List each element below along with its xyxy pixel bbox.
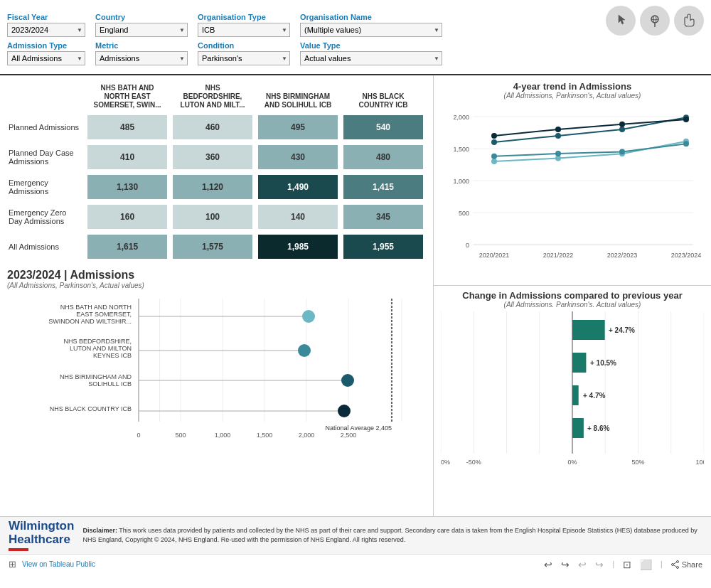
trend-chart-section: 4-year trend in Admissions (All Admissio… bbox=[434, 75, 711, 285]
svg-text:500: 500 bbox=[175, 432, 186, 439]
hand-icon-btn[interactable] bbox=[674, 6, 704, 36]
svg-text:0%: 0% bbox=[567, 459, 577, 466]
table-cell: 1,575 bbox=[170, 232, 255, 262]
share-label: Share bbox=[682, 560, 702, 569]
redo-icon[interactable]: ↪ bbox=[561, 559, 570, 570]
table-row-label: All Admissions bbox=[7, 232, 85, 262]
share-icon bbox=[671, 560, 680, 569]
svg-point-29 bbox=[341, 374, 354, 387]
table-cell: 1,415 bbox=[341, 172, 426, 202]
table-cell: 1,615 bbox=[85, 232, 170, 262]
table-cell: 1,985 bbox=[255, 232, 341, 262]
pointer-icon-btn[interactable] bbox=[606, 6, 636, 36]
svg-text:-100%: -100% bbox=[441, 459, 450, 466]
table-cell: 1,955 bbox=[341, 232, 426, 262]
table-cell: 1,130 bbox=[85, 172, 170, 202]
svg-point-28 bbox=[298, 344, 311, 357]
svg-text:NHS BLACK COUNTRY ICB: NHS BLACK COUNTRY ICB bbox=[50, 405, 132, 412]
disclaimer-bold: Disclaimer: bbox=[82, 527, 117, 534]
fiscal-year-filter: Fiscal Year 2023/2024 bbox=[7, 13, 85, 37]
table-cell: 345 bbox=[341, 202, 426, 232]
condition-select-wrapper[interactable]: Parkinson's bbox=[198, 51, 290, 65]
col-header-bath: NHS BATH ANDNORTH EASTSOMERSET, SWIN... bbox=[85, 81, 170, 112]
footer-main: Wilmington Healthcare Disclaimer: This w… bbox=[0, 517, 711, 554]
svg-rect-82 bbox=[572, 418, 584, 438]
table-cell: 100 bbox=[170, 202, 255, 232]
footer-logo: Wilmington Healthcare bbox=[9, 520, 74, 550]
country-select[interactable]: England bbox=[95, 23, 188, 37]
admission-type-select[interactable]: All Admissions bbox=[7, 51, 85, 65]
org-type-select[interactable]: ICB bbox=[198, 23, 290, 37]
tableau-link[interactable]: View on Tableau Public bbox=[22, 560, 95, 568]
org-name-select[interactable]: (Multiple values) bbox=[300, 23, 442, 37]
grid-icon: ⊞ bbox=[9, 559, 16, 570]
col-header-bedford: NHSBEDFORDSHIRE,LUTON AND MILT... bbox=[170, 81, 255, 112]
logo-red-bar bbox=[9, 548, 28, 551]
country-filter: Country England bbox=[95, 13, 188, 37]
undo2-icon[interactable]: ↩ bbox=[578, 559, 587, 570]
svg-text:1,000: 1,000 bbox=[215, 432, 231, 439]
svg-point-63 bbox=[491, 133, 497, 139]
undo-icon[interactable]: ↩ bbox=[544, 559, 552, 570]
svg-point-57 bbox=[619, 149, 625, 155]
metric-filter: Metric Admissions bbox=[95, 41, 188, 65]
metric-select[interactable]: Admissions bbox=[95, 51, 188, 65]
svg-point-30 bbox=[338, 405, 351, 417]
table-cell: 495 bbox=[255, 112, 341, 142]
svg-text:2,000: 2,000 bbox=[299, 432, 315, 439]
svg-text:SWINDON AND WILTSHIR...: SWINDON AND WILTSHIR... bbox=[48, 318, 132, 325]
condition-label: Condition bbox=[198, 41, 290, 50]
main-content: NHS BATH ANDNORTH EASTSOMERSET, SWIN... … bbox=[0, 75, 711, 516]
org-type-filter: Organisation Type ICB bbox=[198, 13, 290, 37]
right-panel: 4-year trend in Admissions (All Admissio… bbox=[434, 75, 711, 516]
svg-text:2023/2024: 2023/2024 bbox=[671, 252, 702, 259]
logo-wilmington: Wilmington bbox=[9, 520, 74, 533]
svg-point-1 bbox=[653, 16, 656, 23]
svg-text:KEYNES ICB: KEYNES ICB bbox=[93, 352, 132, 359]
svg-point-90 bbox=[676, 566, 678, 568]
col-header-birmingham: NHS BIRMINGHAMAND SOLIHULL ICB bbox=[255, 81, 341, 112]
dot-chart-subtitle: (All Admissions, Parkinson's, Actual val… bbox=[7, 282, 426, 289]
download-icon[interactable]: ⬜ bbox=[640, 559, 652, 570]
country-select-wrapper[interactable]: England bbox=[95, 23, 188, 37]
svg-text:-50%: -50% bbox=[466, 459, 481, 466]
svg-text:2022/2023: 2022/2023 bbox=[607, 252, 638, 259]
value-type-select-wrapper[interactable]: Actual values bbox=[300, 51, 442, 65]
org-name-filter: Organisation Name (Multiple values) bbox=[300, 13, 442, 37]
separator-2: | bbox=[661, 560, 663, 568]
svg-text:SOLIHULL ICB: SOLIHULL ICB bbox=[88, 380, 132, 387]
layout-icon[interactable]: ⊡ bbox=[623, 559, 631, 570]
metric-select-wrapper[interactable]: Admissions bbox=[95, 51, 188, 65]
svg-line-92 bbox=[673, 562, 676, 563]
svg-point-27 bbox=[302, 310, 315, 323]
svg-text:National Average 2,405: National Average 2,405 bbox=[326, 424, 392, 432]
svg-point-60 bbox=[555, 133, 561, 139]
org-type-select-wrapper[interactable]: ICB bbox=[198, 23, 290, 37]
svg-point-89 bbox=[676, 560, 678, 562]
metric-label: Metric bbox=[95, 41, 188, 50]
org-name-label: Organisation Name bbox=[300, 13, 442, 21]
footer-controls: ↩ ↪ ↩ ↪ | ⊡ ⬜ | Share bbox=[544, 559, 702, 570]
table-row-label: Emergency Admissions bbox=[7, 172, 85, 202]
svg-text:500: 500 bbox=[459, 210, 469, 217]
admission-type-select-wrapper[interactable]: All Admissions bbox=[7, 51, 85, 65]
fiscal-year-select-wrapper[interactable]: 2023/2024 bbox=[7, 23, 85, 37]
table-cell: 540 bbox=[341, 112, 426, 142]
svg-point-59 bbox=[491, 139, 497, 145]
table-cell: 360 bbox=[170, 142, 255, 172]
table-cell: 160 bbox=[85, 202, 170, 232]
table-section: NHS BATH ANDNORTH EASTSOMERSET, SWIN... … bbox=[0, 75, 433, 262]
redo2-icon[interactable]: ↪ bbox=[595, 559, 604, 570]
condition-select[interactable]: Parkinson's bbox=[198, 51, 290, 65]
fiscal-year-select[interactable]: 2023/2024 bbox=[7, 23, 85, 37]
table-cell: 480 bbox=[341, 142, 426, 172]
svg-point-65 bbox=[619, 122, 625, 127]
dot-chart-title: 2023/2024 | Admissions bbox=[7, 269, 426, 282]
org-name-select-wrapper[interactable]: (Multiple values) bbox=[300, 23, 442, 37]
svg-rect-78 bbox=[572, 353, 586, 373]
svg-text:2,000: 2,000 bbox=[453, 114, 469, 121]
value-type-select[interactable]: Actual values bbox=[300, 51, 442, 65]
map-icon-btn[interactable] bbox=[640, 6, 670, 36]
table-row-label: Planned Admissions bbox=[7, 112, 85, 142]
share-button[interactable]: Share bbox=[671, 560, 702, 569]
